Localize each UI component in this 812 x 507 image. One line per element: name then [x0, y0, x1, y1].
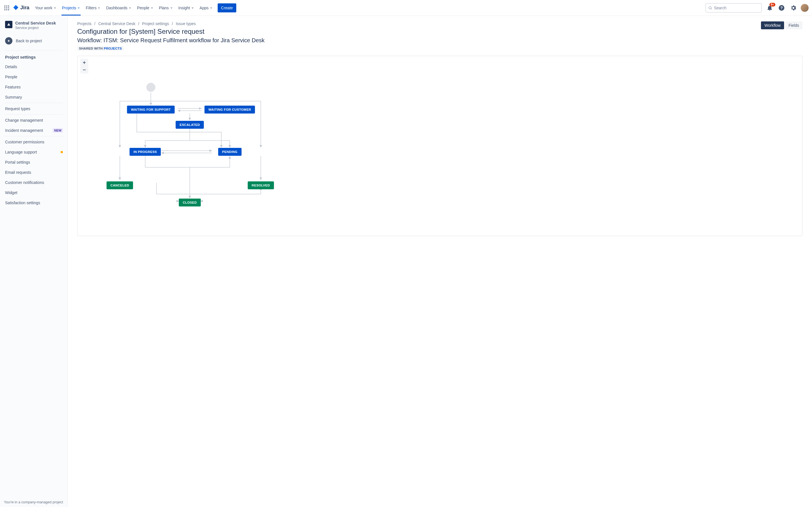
- breadcrumb-projects[interactable]: Projects: [77, 21, 92, 26]
- chevron-down-icon: [191, 6, 194, 9]
- sidebar-item-satisfaction-settings[interactable]: Satisfaction settings: [3, 198, 64, 208]
- svg-rect-0: [4, 5, 5, 6]
- status-canceled[interactable]: CANCELED: [107, 181, 133, 189]
- sidebar-item-portal-settings[interactable]: Portal settings: [3, 157, 64, 167]
- sidebar-item-request-types[interactable]: Request types: [3, 104, 64, 114]
- tab-fields[interactable]: Fields: [785, 21, 802, 29]
- sidebar-item-customer-permissions[interactable]: Customer permissions: [3, 137, 64, 147]
- back-arrow-icon: [5, 37, 12, 45]
- project-title: Central Service Desk: [15, 21, 56, 25]
- sidebar-item-change-management[interactable]: Change management: [3, 115, 64, 125]
- svg-rect-5: [8, 7, 9, 8]
- svg-line-10: [711, 8, 712, 9]
- status-waiting-for-support[interactable]: WAITING FOR SUPPORT: [127, 106, 174, 114]
- sidebar-item-features[interactable]: Features: [3, 82, 64, 92]
- breadcrumb-project-settings[interactable]: Project settings: [142, 21, 169, 26]
- sidebar-section-title: Project settings: [3, 51, 64, 62]
- status-pending[interactable]: PENDING: [218, 148, 242, 156]
- nav-item-insight[interactable]: Insight: [176, 0, 196, 15]
- status-escalated[interactable]: ESCALATED: [175, 121, 204, 129]
- chevron-down-icon: [170, 6, 173, 9]
- sidebar-item-summary[interactable]: Summary: [3, 92, 64, 102]
- page-subtitle: Workflow: ITSM: Service Request Fulfilme…: [77, 37, 756, 44]
- nav-item-plans[interactable]: Plans: [157, 0, 175, 15]
- create-button[interactable]: Create: [218, 3, 236, 12]
- svg-rect-2: [8, 5, 9, 6]
- shared-tag: SHARED WITH PROJECTS: [77, 46, 123, 51]
- search-icon: [708, 6, 712, 10]
- svg-rect-6: [4, 9, 5, 10]
- nav-items: Your workProjectsFiltersDashboardsPeople…: [33, 0, 215, 15]
- chevron-down-icon: [98, 6, 100, 9]
- new-badge: NEW: [53, 128, 63, 133]
- chevron-down-icon: [129, 6, 132, 9]
- nav-item-dashboards[interactable]: Dashboards: [104, 0, 134, 15]
- svg-text:?: ?: [780, 6, 783, 10]
- workflow-diagram[interactable]: + −: [77, 56, 802, 236]
- status-in-progress[interactable]: IN PROGRESS: [130, 148, 161, 156]
- sidebar-item-people[interactable]: People: [3, 72, 64, 82]
- breadcrumb-issue-types[interactable]: Issue types: [175, 21, 196, 26]
- jira-logo[interactable]: Jira: [12, 4, 29, 11]
- workflow-start-node[interactable]: [146, 83, 155, 92]
- svg-rect-3: [4, 7, 5, 8]
- help-icon[interactable]: ?: [777, 3, 786, 12]
- sidebar-item-details[interactable]: Details: [3, 62, 64, 72]
- search-input[interactable]: [714, 6, 759, 10]
- svg-rect-7: [6, 9, 7, 10]
- sidebar: Central Service Desk Service project Bac…: [0, 16, 68, 507]
- svg-rect-1: [6, 5, 7, 6]
- view-tabs: WorkflowFields: [761, 21, 802, 29]
- sidebar-item-email-requests[interactable]: Email requests: [3, 167, 64, 177]
- settings-icon[interactable]: [789, 3, 798, 12]
- shared-projects-link[interactable]: PROJECTS: [104, 47, 122, 50]
- back-to-project[interactable]: Back to project: [3, 34, 64, 50]
- tab-workflow[interactable]: Workflow: [761, 21, 784, 29]
- jira-logo-text: Jira: [20, 5, 29, 11]
- breadcrumb-central-service-desk[interactable]: Central Service Desk: [98, 21, 135, 26]
- app-switcher-icon[interactable]: [3, 4, 10, 11]
- svg-rect-4: [6, 7, 7, 8]
- nav-item-filters[interactable]: Filters: [84, 0, 103, 15]
- main-content: Projects/Central Service Desk/Project se…: [68, 16, 812, 507]
- chevron-down-icon: [77, 6, 80, 9]
- chevron-down-icon: [210, 6, 213, 9]
- breadcrumbs: Projects/Central Service Desk/Project se…: [77, 21, 756, 26]
- chevron-down-icon: [54, 6, 56, 9]
- svg-rect-8: [8, 9, 9, 10]
- project-icon: [5, 21, 12, 28]
- nav-item-people[interactable]: People: [135, 0, 156, 15]
- top-nav: Jira Your workProjectsFiltersDashboardsP…: [0, 0, 812, 16]
- nav-item-projects[interactable]: Projects: [60, 0, 83, 15]
- back-label: Back to project: [16, 39, 42, 43]
- status-closed[interactable]: CLOSED: [179, 199, 201, 207]
- sidebar-item-language-support[interactable]: Language support: [3, 147, 64, 157]
- top-right-icons: 9+ ?: [765, 3, 809, 12]
- nav-item-your-work[interactable]: Your work: [33, 0, 59, 15]
- svg-point-9: [709, 6, 711, 9]
- sidebar-item-widget[interactable]: Widget: [3, 187, 64, 198]
- user-avatar[interactable]: [801, 4, 809, 12]
- sidebar-footer: You're in a company-managed project: [3, 497, 64, 507]
- project-header[interactable]: Central Service Desk Service project: [3, 21, 64, 34]
- sidebar-item-customer-notifications[interactable]: Customer notifications: [3, 177, 64, 187]
- notifications-icon[interactable]: 9+: [765, 3, 774, 12]
- sidebar-item-incident-management[interactable]: Incident managementNEW: [3, 125, 64, 135]
- workflow-arrows: [78, 56, 802, 236]
- chevron-down-icon: [151, 6, 153, 9]
- nav-item-apps[interactable]: Apps: [197, 0, 215, 15]
- page-title: Configuration for [System] Service reque…: [77, 27, 756, 36]
- status-waiting-for-customer[interactable]: WAITING FOR CUSTOMER: [204, 106, 255, 114]
- attention-dot: [61, 151, 63, 153]
- notification-badge: 9+: [769, 3, 775, 6]
- status-resolved[interactable]: RESOLVED: [248, 181, 274, 189]
- project-subtitle: Service project: [15, 26, 56, 30]
- search-box[interactable]: [705, 3, 762, 13]
